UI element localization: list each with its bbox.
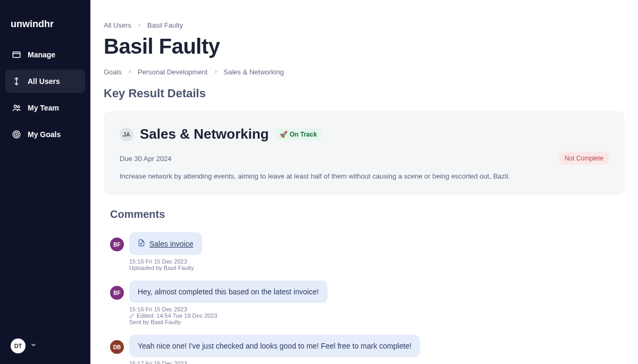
attachment-link[interactable]: Sales invoice bbox=[149, 240, 194, 248]
nav-all-users[interactable]: All Users bbox=[5, 70, 85, 93]
nav: Manage All Users My Team My Goals bbox=[0, 43, 90, 146]
svg-point-1 bbox=[14, 105, 17, 108]
section-title: Key Result Details bbox=[104, 87, 625, 100]
chevron-right-icon bbox=[137, 21, 142, 29]
status-text: On Track bbox=[290, 131, 317, 138]
pencil-icon bbox=[129, 313, 135, 318]
breadcrumb: All Users Basil Faulty bbox=[104, 21, 625, 29]
chevron-right-icon bbox=[213, 68, 219, 76]
nav-manage[interactable]: Manage bbox=[5, 43, 85, 66]
nav-label: My Goals bbox=[28, 130, 61, 139]
crumb-personal-dev[interactable]: Personal Development bbox=[138, 68, 208, 76]
crumb-current: Sales & Networking bbox=[224, 68, 284, 76]
my-team-icon bbox=[12, 103, 21, 113]
manage-icon bbox=[12, 50, 21, 60]
document-icon bbox=[138, 239, 145, 248]
svg-point-5 bbox=[16, 134, 17, 135]
nav-label: All Users bbox=[28, 77, 60, 86]
nav-my-team[interactable]: My Team bbox=[5, 96, 85, 120]
assignee-avatar: JA bbox=[120, 128, 133, 141]
nav-my-goals[interactable]: My Goals bbox=[5, 123, 85, 146]
comment-body: Sales invoice 15:16 Fri 15 Dec 2023 Uplo… bbox=[129, 232, 618, 271]
goal-header: JA Sales & Networking 🚀 On Track bbox=[120, 126, 609, 142]
crumb-goals[interactable]: Goals bbox=[104, 68, 122, 76]
status-badge: 🚀 On Track bbox=[275, 129, 321, 140]
sidebar-footer: DT bbox=[0, 328, 90, 364]
comment-avatar: BF bbox=[110, 238, 124, 251]
comment-timestamp: 15:17 Fri 15 Dec 2023 bbox=[129, 360, 618, 364]
all-users-icon bbox=[12, 77, 21, 86]
comment-timestamp: 15:16 Fri 15 Dec 2023 bbox=[129, 258, 618, 265]
goal-meta-row: Due 30 Apr 2024 Not Complete bbox=[120, 152, 609, 165]
chevron-down-icon[interactable] bbox=[30, 341, 37, 351]
comment-item: DB Yeah nice one! I've just checked and … bbox=[110, 335, 618, 364]
due-date: Due 30 Apr 2024 bbox=[120, 155, 172, 163]
comment-meta: 15:16 Fri 15 Dec 2023 Uploaded by Basil … bbox=[129, 258, 618, 271]
comment-body: Hey, almost completed this based on the … bbox=[129, 281, 618, 325]
main-content: All Users Basil Faulty Basil Faulty Goal… bbox=[90, 0, 638, 364]
my-goals-icon bbox=[12, 130, 21, 139]
completion-badge: Not Complete bbox=[559, 152, 609, 165]
comments-section: Comments BF Sales invoice 15:16 Fri 15 D… bbox=[104, 208, 625, 364]
breadcrumb-root[interactable]: All Users bbox=[104, 21, 131, 29]
comment-attachment[interactable]: Sales invoice bbox=[129, 232, 202, 255]
breadcrumb-current: Basil Faulty bbox=[147, 21, 183, 29]
comment-avatar: BF bbox=[110, 286, 124, 300]
svg-rect-0 bbox=[13, 52, 20, 58]
comment-item: BF Hey, almost completed this based on t… bbox=[110, 281, 618, 325]
comment-meta: 15:17 Fri 15 Dec 2023 bbox=[129, 360, 618, 364]
page-title: Basil Faulty bbox=[104, 35, 625, 58]
sub-breadcrumb: Goals Personal Development Sales & Netwo… bbox=[104, 68, 625, 76]
goal-card: JA Sales & Networking 🚀 On Track Due 30 … bbox=[104, 111, 625, 195]
nav-label: My Team bbox=[28, 104, 59, 112]
brand-logo: unwindhr bbox=[0, 0, 90, 43]
comment-body: Yeah nice one! I've just checked and loo… bbox=[129, 335, 618, 364]
chevron-right-icon bbox=[127, 68, 132, 76]
svg-point-2 bbox=[18, 106, 20, 108]
comment-edited: Edited: 14:54 Tue 19 Dec 2023 bbox=[129, 312, 618, 319]
comment-author: Uploaded by Basil Faulty bbox=[129, 265, 618, 271]
comment-author: Sent by Basil Faulty bbox=[129, 319, 618, 325]
comments-title: Comments bbox=[110, 208, 618, 221]
goal-title: Sales & Networking bbox=[140, 126, 269, 142]
comment-text: Hey, almost completed this based on the … bbox=[129, 281, 328, 303]
comment-avatar: DB bbox=[110, 340, 124, 354]
current-user-avatar[interactable]: DT bbox=[11, 338, 26, 353]
rocket-icon: 🚀 bbox=[280, 131, 288, 138]
comment-text: Yeah nice one! I've just checked and loo… bbox=[129, 335, 420, 357]
comment-item: BF Sales invoice 15:16 Fri 15 Dec 2023 U… bbox=[110, 232, 618, 271]
comment-meta: 15:16 Fri 15 Dec 2023 Edited: 14:54 Tue … bbox=[129, 306, 618, 325]
goal-description: Increase network by attending events, ai… bbox=[120, 172, 609, 180]
sidebar: unwindhr Manage All Users My Team My Goa… bbox=[0, 0, 90, 364]
nav-label: Manage bbox=[28, 50, 55, 59]
comment-timestamp: 15:16 Fri 15 Dec 2023 bbox=[129, 306, 618, 312]
